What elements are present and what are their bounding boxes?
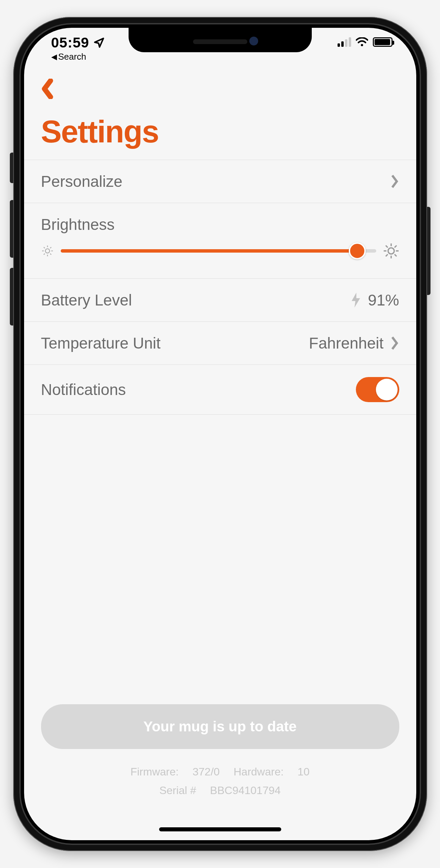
svg-line-18 — [395, 245, 397, 248]
svg-point-0 — [361, 44, 363, 46]
chevron-right-icon — [390, 174, 399, 189]
row-label: Personalize — [41, 172, 122, 191]
svg-line-16 — [395, 254, 397, 256]
firmware-hardware-line: Firmware: 372/0 Hardware: 10 — [41, 763, 399, 781]
update-button[interactable]: Your mug is up to date — [41, 704, 399, 749]
row-battery: Battery Level 91% — [24, 278, 416, 321]
row-label: Battery Level — [41, 291, 132, 309]
side-button-vol-up — [10, 200, 13, 258]
cellular-icon — [338, 37, 351, 47]
notifications-toggle[interactable] — [356, 377, 399, 402]
svg-line-15 — [386, 245, 388, 248]
screen: 05:59 ◀ Search — [24, 28, 416, 840]
svg-line-6 — [43, 247, 44, 248]
serial-line: Serial # BBC94101794 — [41, 781, 399, 800]
page-title: Settings — [41, 114, 399, 160]
row-brightness: Brightness — [24, 203, 416, 278]
location-icon — [93, 37, 105, 48]
row-personalize[interactable]: Personalize — [24, 160, 416, 203]
svg-line-17 — [386, 254, 388, 256]
row-label: Brightness — [41, 215, 399, 234]
row-notifications: Notifications — [24, 364, 416, 415]
svg-line-7 — [50, 254, 51, 255]
breadcrumb-back-icon: ◀ — [51, 53, 57, 61]
settings-list: Personalize Brightness — [24, 160, 416, 415]
footer: Your mug is up to date Firmware: 372/0 H… — [24, 704, 416, 800]
svg-line-8 — [43, 254, 44, 255]
brightness-slider[interactable] — [61, 242, 376, 259]
chevron-right-icon — [390, 336, 399, 351]
phone-frame: 05:59 ◀ Search — [13, 17, 427, 851]
slider-fill — [61, 249, 357, 253]
toggle-knob — [376, 379, 398, 400]
phone-bezel: 05:59 ◀ Search — [19, 23, 421, 845]
battery-icon — [373, 37, 393, 47]
battery-value: 91% — [368, 291, 399, 309]
row-temperature-unit[interactable]: Temperature Unit Fahrenheit — [24, 321, 416, 364]
slider-thumb[interactable] — [349, 242, 366, 259]
side-button-vol-down — [10, 268, 13, 326]
home-indicator[interactable] — [159, 827, 281, 831]
brightness-high-icon — [383, 243, 399, 259]
svg-line-9 — [50, 247, 51, 248]
svg-point-1 — [45, 249, 50, 253]
charging-icon — [350, 293, 362, 308]
breadcrumb-label: Search — [58, 52, 86, 62]
brightness-low-icon — [41, 244, 54, 257]
status-time: 05:59 — [51, 35, 89, 51]
temperature-unit-value: Fahrenheit — [309, 334, 384, 352]
back-button[interactable] — [41, 79, 54, 99]
svg-point-10 — [388, 248, 394, 254]
wifi-icon — [356, 37, 368, 47]
notch — [129, 28, 312, 52]
side-button-power — [427, 207, 431, 295]
breadcrumb[interactable]: ◀ Search — [51, 52, 105, 62]
side-button-silent — [10, 153, 13, 183]
row-label: Temperature Unit — [41, 334, 161, 352]
row-label: Notifications — [41, 380, 126, 399]
